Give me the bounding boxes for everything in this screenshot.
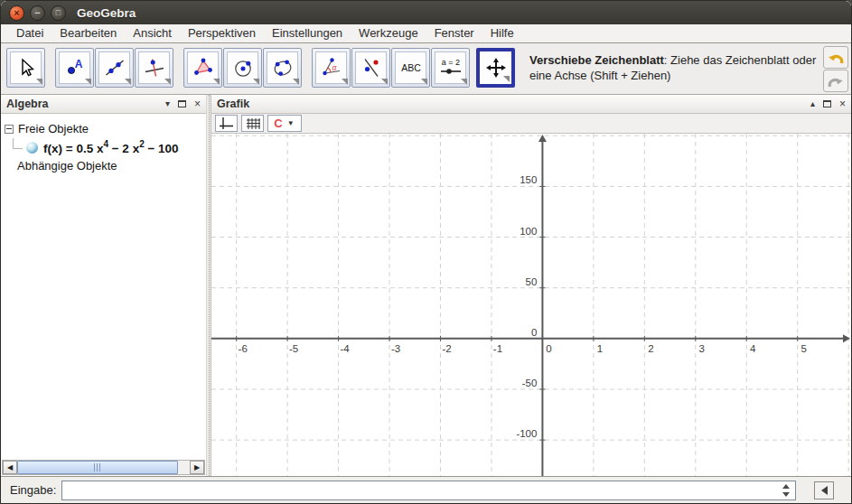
graphics-panel: Grafik ▴ × (211, 95, 851, 476)
y-axis-tick-label: -100 (516, 428, 537, 439)
tool-perpendicular-line-button[interactable] (135, 48, 173, 88)
x-axis-tick-label: 4 (750, 343, 756, 354)
grid-icon (246, 117, 260, 130)
svg-text:ABC: ABC (401, 62, 421, 73)
x-axis-tick-label: 3 (699, 343, 705, 354)
menu-einstellungen[interactable]: Einstellungen (264, 24, 351, 42)
toggle-axes-button[interactable] (215, 115, 238, 132)
algebra-horizontal-scrollbar[interactable]: ◀ ▶ (2, 460, 205, 475)
perpendicular-line-icon (144, 57, 165, 79)
circle-with-center-icon (232, 57, 254, 79)
panel-undock-icon[interactable] (823, 100, 831, 107)
tool-dropdown-icon[interactable] (461, 79, 467, 85)
tool-dropdown-icon[interactable] (85, 79, 91, 85)
tool-point-button[interactable]: A (55, 48, 94, 88)
menu-ansicht[interactable]: Ansicht (125, 24, 180, 42)
function-plot-svg[interactable]: -6-5-4-3-2-1012345-100-50050100150 (211, 134, 851, 476)
x-axis-tick-label: -6 (239, 343, 248, 354)
menu-werkzeuge[interactable]: Werkzeuge (351, 24, 426, 42)
new-point-icon: A (64, 57, 86, 79)
tool-circle-button[interactable] (223, 48, 262, 88)
tool-line-button[interactable] (95, 48, 134, 88)
svg-text:a = 2: a = 2 (441, 58, 459, 67)
tool-mirror-button[interactable] (351, 48, 390, 88)
input-bar: Eingabe: (1, 476, 851, 503)
tool-dropdown-icon[interactable] (342, 79, 348, 85)
scrollbar-track[interactable] (17, 461, 190, 474)
x-axis-tick-label: 0 (546, 343, 551, 354)
collapse-minus-icon[interactable] (5, 125, 14, 134)
algebra-input-field[interactable] (61, 481, 796, 500)
line-through-two-points-icon (104, 57, 126, 79)
redo-button[interactable] (823, 70, 848, 92)
window-close-button[interactable]: × (9, 5, 24, 21)
tool-slider-button[interactable]: a = 2 (431, 48, 470, 88)
move-cursor-icon (15, 57, 37, 79)
tool-dropdown-icon[interactable] (503, 76, 510, 82)
tool-move-button[interactable] (6, 48, 45, 88)
history-down-icon (782, 492, 790, 497)
tool-move-graphics-view-button[interactable] (476, 48, 515, 88)
point-capturing-button[interactable]: C ▼ (267, 115, 302, 132)
x-axis-tick-label: -5 (289, 343, 298, 354)
triangle-left-icon (821, 486, 828, 495)
free-objects-label: Freie Objekte (18, 122, 89, 135)
tool-dropdown-icon[interactable] (164, 79, 171, 85)
menu-bearbeiten[interactable]: Bearbeiten (51, 24, 125, 42)
title-bar: × − □ GeoGebra (1, 1, 851, 24)
tool-polygon-button[interactable] (183, 48, 222, 88)
mirror-at-line-icon (360, 57, 382, 79)
x-axis-tick-label: -1 (493, 343, 502, 354)
input-help-toggle-button[interactable] (814, 481, 834, 499)
toggle-grid-button[interactable] (241, 115, 264, 132)
graphics-style-bar: C ▼ (211, 114, 851, 134)
maximize-icon: □ (51, 5, 65, 21)
tool-angle-button[interactable]: α (312, 48, 351, 88)
x-axis-arrowhead (843, 334, 850, 342)
menu-perspektiven[interactable]: Perspektiven (180, 24, 264, 42)
panel-collapse-chevron-up-icon[interactable]: ▴ (810, 99, 815, 108)
graphics-view-canvas[interactable]: -6-5-4-3-2-1012345-100-50050100150 (211, 134, 851, 476)
toolbar-help-text: Verschiebe Zeichenblatt: Ziehe das Zeich… (529, 52, 823, 83)
tool-ellipse-button[interactable] (263, 48, 302, 88)
magnet-icon: C (274, 117, 282, 129)
input-history-spinner[interactable] (781, 484, 791, 497)
scroll-left-arrow-icon[interactable]: ◀ (3, 461, 17, 474)
window-minimize-button[interactable]: − (30, 5, 45, 21)
main-area: Algebra ▾ × Freie Objekte f(x) = 0.5 x4 … (1, 95, 851, 476)
panel-close-icon[interactable]: × (839, 99, 846, 108)
chevron-down-icon: ▼ (287, 119, 295, 127)
tool-dropdown-icon[interactable] (381, 79, 388, 85)
tool-dropdown-icon[interactable] (421, 79, 427, 85)
panel-undock-icon[interactable] (178, 100, 186, 107)
toolbar: A (1, 43, 851, 95)
algebra-panel-header: Algebra ▾ × (1, 95, 206, 114)
tool-dropdown-icon[interactable] (125, 79, 131, 85)
graphics-panel-title: Grafik (217, 98, 249, 110)
tool-dropdown-icon[interactable] (213, 79, 220, 85)
undo-button[interactable] (823, 46, 848, 69)
scrollbar-thumb[interactable] (17, 461, 178, 474)
menu-datei[interactable]: Datei (8, 24, 51, 42)
tool-text-button[interactable]: ABC (391, 48, 430, 88)
graphics-panel-header: Grafik ▴ × (211, 95, 851, 114)
tool-dropdown-icon[interactable] (293, 79, 299, 85)
free-objects-node[interactable]: Freie Objekte (1, 120, 206, 137)
tool-dropdown-icon[interactable] (253, 79, 259, 85)
tool-dropdown-icon[interactable] (36, 79, 42, 85)
input-label: Eingabe: (10, 483, 56, 497)
slider-tool-icon: a = 2 (439, 57, 463, 79)
window-maximize-button[interactable]: □ (51, 5, 66, 21)
x-axis-tick-label: -2 (442, 343, 451, 354)
menu-hilfe[interactable]: Hilfe (482, 24, 522, 42)
function-tree-item[interactable]: f(x) = 0.5 x4 − 2 x2 − 100 (1, 137, 206, 157)
object-visibility-marble-icon[interactable] (26, 142, 38, 154)
panel-menu-chevron-down-icon[interactable]: ▾ (165, 99, 170, 108)
y-axis-tick-label: 100 (520, 226, 537, 237)
menu-fenster[interactable]: Fenster (426, 24, 482, 42)
undo-icon (827, 50, 845, 66)
x-axis-tick-label: -3 (391, 343, 400, 354)
panel-close-icon[interactable]: × (194, 99, 201, 108)
dependent-objects-node[interactable]: Abhängige Objekte (1, 157, 206, 174)
scroll-right-arrow-icon[interactable]: ▶ (190, 461, 204, 474)
